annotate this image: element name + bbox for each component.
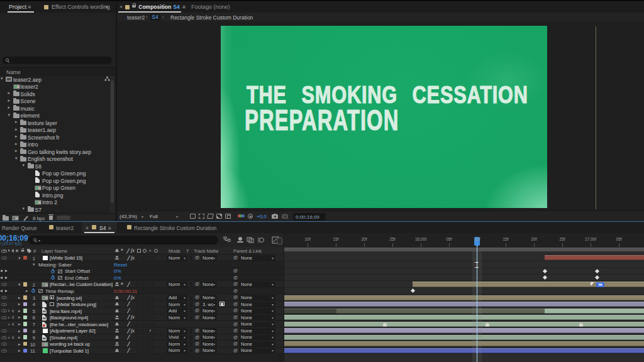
layer-duration-bar[interactable] [413, 282, 644, 287]
parent-pickwhip-icon[interactable]: @ [233, 341, 238, 346]
layer-shy-icon[interactable] [115, 329, 119, 332]
matte-pickwhip-icon[interactable]: @ [195, 308, 199, 312]
switch-cell[interactable] [151, 295, 155, 300]
layer-expander-icon[interactable]: ▸ [18, 329, 21, 334]
switch-cell[interactable] [136, 282, 140, 287]
switch-cell[interactable] [146, 349, 150, 353]
parent-dropdown[interactable]: None▾ [239, 282, 275, 287]
preserve-transparency-cell[interactable] [189, 256, 192, 260]
blend-mode-dropdown[interactable]: Add▾ [167, 295, 187, 300]
blend-mode-dropdown[interactable]: Norm▾ [167, 315, 187, 321]
tab-footage[interactable]: Footage (none) [191, 4, 230, 10]
expander-closed-icon[interactable]: ▸ [15, 134, 18, 139]
layer-quality-icon[interactable] [126, 341, 131, 346]
breadcrumb-leaf[interactable]: Rectangle Stroke Custom Duration [170, 14, 253, 21]
parent-pickwhip-icon[interactable]: @ [233, 322, 238, 326]
expander-open-icon[interactable]: ▾ [23, 206, 25, 211]
switch-cell[interactable] [151, 349, 155, 353]
blend-mode-dropdown[interactable]: Norm▾ [167, 255, 187, 261]
project-tree-item[interactable]: ▾English screenshot [0, 155, 110, 163]
layer-quality-icon[interactable] [126, 302, 131, 307]
expander-closed-icon[interactable]: ▸ [15, 119, 18, 124]
layer-duration-bar[interactable] [336, 309, 545, 314]
project-tree-item[interactable]: ▾S8 [0, 162, 110, 170]
show-snapshot-icon[interactable] [282, 214, 288, 219]
parent-pickwhip-icon[interactable]: @ [233, 308, 238, 312]
layer-audio-speaker-icon[interactable] [9, 309, 14, 313]
layer-expander-icon[interactable]: ▾ [18, 256, 21, 261]
guide-line[interactable] [596, 26, 596, 209]
layer-name[interactable]: [Metal Texture.png] [57, 302, 96, 307]
project-tree-item[interactable]: teaser2 [0, 83, 110, 90]
parent-pickwhip-icon[interactable]: @ [233, 315, 238, 319]
switch-cell[interactable] [151, 256, 155, 260]
parent-dropdown[interactable]: None▾ [239, 302, 275, 307]
switch-cell[interactable] [136, 349, 140, 353]
matte-pickwhip-icon[interactable]: @ [195, 335, 199, 339]
layer-quality-icon[interactable] [126, 328, 131, 333]
layer-expander-icon[interactable]: ▸ [18, 322, 21, 327]
project-tree-item[interactable]: ▸intro [0, 141, 110, 148]
new-folder-icon[interactable] [3, 216, 9, 221]
comp-panel-menu-icon[interactable]: ≡ [182, 4, 186, 10]
breadcrumb-current[interactable]: S4 [150, 14, 160, 21]
resolution-dropdown[interactable]: Full [150, 214, 158, 219]
expander-open-icon[interactable]: ▾ [8, 112, 11, 118]
keyframe-diamond[interactable] [542, 269, 547, 273]
layer-name[interactable]: [the he...nter_mixdown.wav] [50, 322, 108, 327]
layer-label-chip[interactable] [23, 295, 28, 300]
graph-toggle-icon[interactable] [58, 270, 62, 273]
keyframe-nav-prev-icon[interactable] [0, 277, 3, 279]
project-tree-item[interactable]: ▸teaser1.aep [0, 126, 110, 134]
switch-cell[interactable] [146, 302, 150, 307]
exposure-value[interactable]: +0,0 [257, 214, 267, 219]
layer-label-chip[interactable] [23, 282, 28, 287]
blend-mode-dropdown[interactable]: Norm▾ [167, 282, 187, 287]
layer-fx-icon[interactable]: fx [131, 255, 135, 261]
switch-cell[interactable] [146, 336, 150, 340]
stopwatch-icon[interactable] [51, 270, 55, 273]
property-expander-icon[interactable]: ▸ [26, 288, 28, 293]
keyframe-nav-next-icon[interactable] [5, 270, 8, 272]
layer-fx-icon[interactable]: fx [131, 328, 135, 334]
preserve-transparency-cell[interactable] [189, 302, 192, 307]
parent-pickwhip-icon[interactable]: @ [233, 328, 238, 332]
parent-dropdown[interactable]: None▾ [239, 341, 275, 347]
switch-cell[interactable] [146, 322, 150, 327]
composition-canvas[interactable]: THE SMOKING CESSATION PREPARATION [221, 26, 547, 208]
parent-dropdown[interactable]: None▾ [239, 295, 275, 300]
project-tree-item[interactable]: ▸Screenshot fr [0, 133, 110, 141]
layer-audio-speaker-icon[interactable] [9, 315, 14, 319]
layer-expander-icon[interactable]: ▾ [18, 282, 21, 287]
tab-effect-controls[interactable]: Effect Controls wording [52, 4, 110, 10]
expander-closed-icon[interactable]: ▸ [8, 105, 11, 110]
layer-name[interactable]: [Turquoise Solid 1] [50, 348, 89, 354]
switch-cell[interactable] [136, 302, 140, 307]
matte-pickwhip-icon[interactable]: @ [195, 255, 199, 260]
breadcrumb-root[interactable]: teaser2 [127, 14, 145, 21]
track-matte-dropdown[interactable]: None▾ [201, 308, 217, 314]
lock-icon[interactable] [132, 5, 136, 8]
layer-quality-icon[interactable] [126, 282, 131, 287]
property-pickwhip-icon[interactable]: @ [233, 275, 238, 280]
switch-cell[interactable] [136, 309, 140, 313]
expander-open-icon[interactable]: ▾ [23, 163, 25, 168]
layer-duration-bar[interactable] [545, 309, 644, 314]
project-tree-item[interactable]: ▾S7 [0, 206, 110, 213]
matte-pickwhip-icon[interactable]: @ [195, 295, 199, 299]
layer-quality-icon[interactable] [126, 322, 131, 327]
expander-open-icon[interactable]: ▾ [15, 156, 18, 161]
mask-visibility-icon[interactable] [199, 214, 204, 219]
project-tree-item[interactable]: Pop up Green.png [0, 170, 110, 177]
switch-cell[interactable] [151, 329, 155, 333]
switch-cell[interactable] [141, 349, 145, 353]
layer-shy-icon[interactable] [115, 309, 119, 313]
expander-closed-icon[interactable]: ▸ [8, 90, 11, 96]
switch-cell[interactable] [151, 282, 155, 287]
layer-duration-bar[interactable] [545, 255, 644, 260]
keyframe-nav-prev-icon[interactable] [0, 270, 3, 272]
switch-cell[interactable] [136, 336, 140, 340]
switch-cell[interactable] [136, 342, 140, 346]
switch-cell[interactable] [151, 336, 155, 340]
preserve-transparency-cell[interactable] [189, 336, 192, 340]
